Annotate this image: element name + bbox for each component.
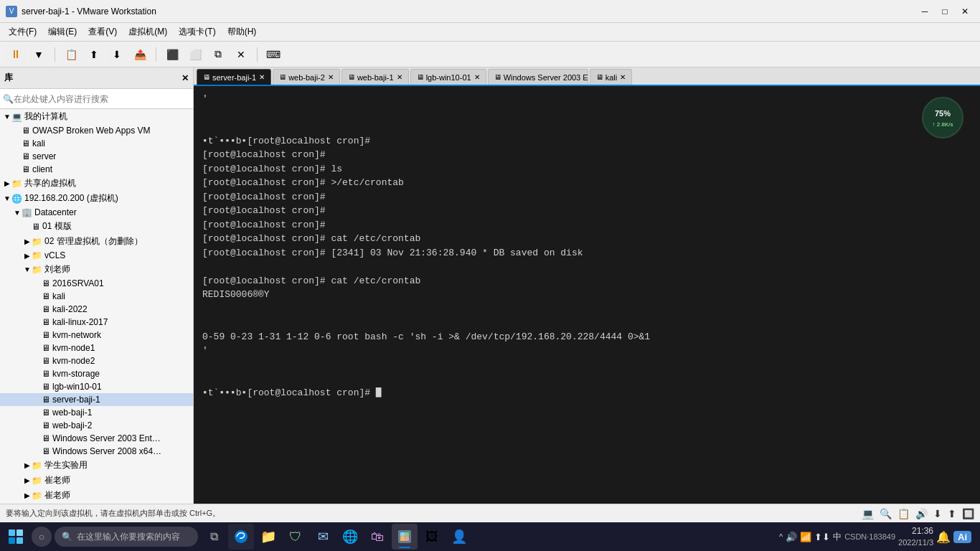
sidebar-item-kvmnet[interactable]: 🖥kvm-network — [0, 329, 193, 342]
menu-file[interactable]: 文件(F) — [3, 24, 42, 39]
sidebar-item-student[interactable]: ▶📁学生实验用 — [0, 458, 193, 473]
tree-item-label: 我的计算机 — [24, 110, 67, 123]
sidebar-item-manage[interactable]: ▶📁02 管理虚拟机（勿删除） — [0, 234, 193, 249]
sidebar-search-input[interactable] — [14, 94, 190, 104]
maximize-button[interactable]: □ — [936, 2, 954, 21]
tray-expand-icon[interactable]: ^ — [779, 532, 783, 541]
sidebar-item-my-computer[interactable]: ▼💻我的计算机 — [0, 109, 193, 124]
tree-item-label: server — [32, 151, 56, 161]
sidebar-item-serverbaji1[interactable]: 🖥server-baji-1 — [0, 393, 193, 406]
menu-view[interactable]: 查看(V) — [83, 24, 123, 39]
toolbar-btn-6[interactable]: ⬜ — [185, 44, 205, 65]
toolbar-btn-8[interactable]: ✕ — [231, 44, 251, 65]
sidebar-item-client-root[interactable]: 🖥client — [0, 163, 193, 176]
people-button[interactable]: 👤 — [446, 524, 472, 550]
tray-notification-icon[interactable]: 🔔 — [936, 530, 951, 544]
store-button[interactable]: 🛍 — [364, 524, 390, 550]
edge-button[interactable] — [228, 524, 254, 550]
tree-item-icon: 🖥 — [42, 356, 50, 366]
sidebar-search-bar[interactable]: 🔍 — [0, 89, 193, 109]
pause-button[interactable]: ⏸ — [6, 44, 26, 65]
sidebar-item-kali2[interactable]: 🖥kali — [0, 290, 193, 303]
terminal-line: [root@localhost cron]# — [202, 204, 971, 218]
taskbar-search-bar[interactable]: 🔍 在这里输入你要搜索的内容 — [55, 527, 198, 547]
sidebar-item-kali2017[interactable]: 🖥kali-linux-2017 — [0, 316, 193, 329]
menu-help[interactable]: 帮助(H) — [222, 24, 263, 39]
tree-item-label: 共享的虚拟机 — [24, 177, 76, 189]
sidebar-item-ws2003[interactable]: 🖥Windows Server 2003 Ent… — [0, 432, 193, 445]
photos-button[interactable]: 🖼 — [419, 524, 445, 550]
tree-item-label: kvm-network — [52, 330, 101, 340]
sidebar-item-vcls[interactable]: ▶📁vCLS — [0, 249, 193, 262]
sidebar-item-kvmstorage[interactable]: 🖥kvm-storage — [0, 367, 193, 380]
sidebar-item-bangold[interactable]: ▶📁崔老师 — [0, 488, 193, 503]
toolbar-btn-5[interactable]: ⬛ — [162, 44, 182, 65]
sidebar-item-webbaji2[interactable]: 🖥web-baji-2 — [0, 419, 193, 432]
tray-icon-3: ⬆⬇ — [814, 532, 830, 542]
sidebar-item-model01[interactable]: 🖥01 模版 — [0, 219, 193, 234]
vmware-button[interactable] — [392, 524, 418, 550]
mail-button[interactable]: ✉ — [310, 524, 336, 550]
toolbar-btn-7[interactable]: ⧉ — [208, 44, 228, 65]
menu-options[interactable]: 选项卡(T) — [173, 24, 221, 39]
sidebar-close-button[interactable]: ✕ — [182, 73, 189, 83]
menu-edit[interactable]: 编辑(E) — [42, 24, 83, 39]
sidebar-item-lgbwin10[interactable]: 🖥lgb-win10-01 — [0, 380, 193, 393]
toolbar-btn-4[interactable]: 📤 — [130, 44, 150, 65]
toolbar-btn-1[interactable]: 📋 — [61, 44, 81, 65]
sidebar-item-vm2016[interactable]: 🖥2016SRVA01 — [0, 277, 193, 290]
tree-expand-icon: ▶ — [23, 476, 32, 484]
sidebar-item-ws2008[interactable]: 🖥Windows Server 2008 x64… — [0, 445, 193, 458]
svg-point-4 — [235, 530, 248, 543]
close-button[interactable]: ✕ — [956, 2, 974, 21]
taskbar-search-icon: 🔍 — [62, 532, 72, 542]
minimize-button[interactable]: ─ — [915, 2, 934, 21]
sidebar-item-kali2022[interactable]: 🖥kali-2022 — [0, 303, 193, 316]
ai-badge[interactable]: Ai — [953, 531, 971, 543]
browser-button[interactable]: 🌐 — [337, 524, 363, 550]
tab-close-button[interactable]: ✕ — [259, 73, 265, 81]
shield-button[interactable]: 🛡 — [283, 524, 308, 550]
terminal[interactable]: 75% ↑ 2.8K/s ' ▪t`▪▪▪b▪[root@localhost c… — [194, 86, 980, 504]
sidebar-item-kali-root[interactable]: 🖥kali — [0, 137, 193, 150]
tab-close-button[interactable]: ✕ — [397, 73, 402, 81]
tab-lgb-win10-01[interactable]: 🖥lgb-win10-01✕ — [410, 69, 486, 85]
tab-close-button[interactable]: ✕ — [620, 73, 626, 81]
tab-server-baji-1[interactable]: 🖥server-baji-1✕ — [197, 69, 271, 85]
tab-web-baji-2[interactable]: 🖥web-baji-2✕ — [273, 69, 340, 85]
explorer-button[interactable]: 📁 — [255, 524, 281, 550]
logo-br — [17, 537, 23, 544]
sidebar-item-owasp[interactable]: 🖥OWASP Broken Web Apps VM — [0, 124, 193, 137]
tab-icon: 🖥 — [348, 73, 355, 81]
svg-rect-9 — [405, 537, 409, 541]
tab-web-baji-1[interactable]: 🖥web-baji-1✕ — [341, 69, 409, 85]
sidebar-item-datacenter[interactable]: ▼🏢Datacenter — [0, 206, 193, 219]
taskview-button[interactable]: ⧉ — [201, 524, 227, 550]
toolbar-settings[interactable]: ▼ — [29, 44, 49, 65]
sidebar-item-kvmnode2[interactable]: 🖥kvm-node2 — [0, 354, 193, 367]
tree-item-icon: 🖥 — [32, 222, 40, 232]
tab-kali[interactable]: 🖥kali✕ — [590, 69, 633, 85]
tree-item-icon: 💻 — [11, 112, 22, 122]
tab-close-button[interactable]: ✕ — [474, 73, 480, 81]
tab-ws2003[interactable]: 🖥Windows Server 2003 Enterpr…✕ — [488, 69, 588, 85]
menu-vm[interactable]: 虚拟机(M) — [123, 24, 173, 39]
toolbar-btn-9[interactable]: ⌨ — [263, 44, 283, 65]
window-controls: ─ □ ✕ — [915, 2, 974, 21]
sidebar-item-teacher[interactable]: ▼📁刘老师 — [0, 262, 193, 277]
tree-item-icon: 🖥 — [22, 138, 30, 149]
toolbar-btn-3[interactable]: ⬇ — [107, 44, 127, 65]
tree-item-label: OWASP Broken Web Apps VM — [32, 126, 151, 136]
sidebar-item-remote[interactable]: ▼🌐192.168.20.200 (虚拟机) — [0, 191, 193, 206]
sidebar-item-cuiold[interactable]: ▶📁崔老师 — [0, 473, 193, 488]
sidebar-item-kvmnode1[interactable]: 🖥kvm-node1 — [0, 342, 193, 354]
sidebar-item-shared[interactable]: ▶📁共享的虚拟机 — [0, 176, 193, 191]
sidebar-item-server-root[interactable]: 🖥server — [0, 150, 193, 163]
tab-icon: 🖥 — [596, 73, 603, 81]
toolbar-btn-2[interactable]: ⬆ — [84, 44, 104, 65]
cortana-button[interactable]: ○ — [32, 527, 52, 547]
tab-close-button[interactable]: ✕ — [328, 73, 334, 81]
start-button[interactable] — [3, 524, 29, 550]
sidebar-item-webbaji1[interactable]: 🖥web-baji-1 — [0, 406, 193, 419]
windows-logo — [9, 529, 23, 544]
